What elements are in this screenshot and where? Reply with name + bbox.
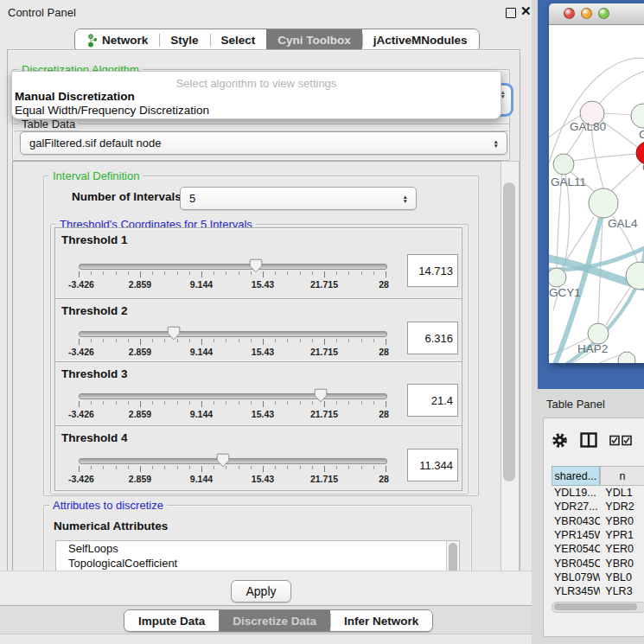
tab-style[interactable]: Style xyxy=(159,29,209,51)
mac-minimize-icon[interactable] xyxy=(581,8,592,19)
table-cell: YBL079W xyxy=(552,571,600,583)
table-panel-toolbar xyxy=(544,425,644,455)
gear-icon[interactable] xyxy=(552,432,568,449)
slider-thumb[interactable] xyxy=(249,258,263,273)
slider-track[interactable] xyxy=(79,393,387,399)
tab-jactivemnodules[interactable]: jActiveMNodules xyxy=(362,29,479,51)
slider-minor-ticks xyxy=(79,466,386,469)
table-cell: YLR3 xyxy=(600,585,644,596)
table-column-header[interactable]: n xyxy=(600,466,644,486)
horizontal-scrollbar[interactable] xyxy=(552,602,644,613)
network-desktop-background: GAL80GACGAL11GAL4GCY1HHAP2 xyxy=(538,0,644,389)
mac-close-icon[interactable] xyxy=(564,8,575,19)
slider-major-tick xyxy=(79,271,80,277)
tab-cyni-toolbox[interactable]: Cyni Toolbox xyxy=(266,29,362,51)
bottom-tab-discretize-data[interactable]: Discretize Data xyxy=(219,610,330,631)
table-column-header[interactable]: shared... xyxy=(552,466,600,486)
apply-bar: Apply xyxy=(0,571,532,606)
bottom-tab-infer-network[interactable]: Infer Network xyxy=(330,610,432,631)
table-cell: YPR145W xyxy=(552,529,600,541)
table-row[interactable]: YPR145WYPR1 xyxy=(552,528,644,542)
apply-button[interactable]: Apply xyxy=(231,580,291,603)
vertical-scrollbar[interactable] xyxy=(501,161,520,572)
slider-thumb[interactable] xyxy=(216,453,230,468)
table-cell: YDL1 xyxy=(600,487,644,499)
table-row[interactable]: YDR27...YDR2 xyxy=(552,500,644,513)
checkbox-columns-icon[interactable] xyxy=(609,435,632,446)
slider-tick-label: -3.426 xyxy=(68,279,94,290)
tab-label: Network xyxy=(102,34,148,47)
slider-track[interactable] xyxy=(79,331,387,337)
table-cell: YDL19... xyxy=(552,487,600,499)
control-panel: Control Panel ✕ NetworkStyleSelectCyni T… xyxy=(0,0,532,644)
slider-tick-label: 21.715 xyxy=(310,279,338,290)
table-data-value: galFiltered.sif default node xyxy=(29,137,161,150)
network-canvas[interactable]: GAL80GACGAL11GAL4GCY1HHAP2 xyxy=(549,25,644,363)
slider-track[interactable] xyxy=(79,458,387,464)
number-of-intervals-combobox[interactable]: 5 ▲▼ xyxy=(180,187,417,210)
network-icon xyxy=(86,34,98,48)
network-node-gal11[interactable] xyxy=(553,154,574,175)
number-of-intervals-value: 5 xyxy=(189,192,195,205)
threshold-value-field[interactable] xyxy=(407,322,458,354)
threshold-2-panel: Threshold 2-3.4262.8599.14415.4321.71528 xyxy=(54,298,462,362)
tab-select[interactable]: Select xyxy=(210,29,267,51)
attribute-item[interactable]: TopologicalCoefficient xyxy=(56,556,459,571)
threshold-value-field[interactable] xyxy=(407,254,458,287)
network-node[interactable] xyxy=(618,352,635,363)
slider-tick-label: 2.859 xyxy=(129,279,151,290)
network-edge[interactable] xyxy=(573,154,637,161)
slider-major-tick xyxy=(386,466,386,472)
scrollbar-thumb[interactable] xyxy=(554,603,637,610)
slider-major-tick xyxy=(386,401,386,407)
table-body: YDL19...YDL1YDR27...YDR2YBR043CYBR0YPR14… xyxy=(552,486,644,596)
table-row[interactable]: YER054CYER0 xyxy=(552,542,644,556)
table-cell: YBL0 xyxy=(600,571,644,583)
float-window-icon[interactable] xyxy=(506,8,516,18)
slider-tick-label: -3.426 xyxy=(68,474,94,484)
slider-major-tick xyxy=(201,401,202,407)
close-icon[interactable]: ✕ xyxy=(520,3,532,19)
table-row[interactable]: YBR045CYBR0 xyxy=(552,556,644,570)
table-row[interactable]: YDL19...YDL1 xyxy=(552,486,644,500)
network-edge[interactable] xyxy=(611,162,642,191)
network-node-ga[interactable] xyxy=(631,104,644,128)
slider-thumb[interactable] xyxy=(167,326,181,341)
table-row[interactable]: YLR345WYLR3 xyxy=(552,584,644,596)
node-label: GA xyxy=(639,128,644,141)
table-row[interactable]: YBL079WYBL0 xyxy=(552,571,644,584)
attribute-item[interactable]: SelfLoops xyxy=(56,541,459,556)
slider-major-tick xyxy=(140,401,141,407)
scrollbar-thumb[interactable] xyxy=(503,182,515,481)
table-cell: YDR2 xyxy=(600,501,644,513)
tab-label: jActiveMNodules xyxy=(373,34,468,47)
slider-major-tick xyxy=(324,271,325,277)
tab-network[interactable]: Network xyxy=(75,29,159,51)
split-columns-icon[interactable] xyxy=(580,432,597,448)
network-window-titlebar[interactable] xyxy=(549,3,644,25)
mac-zoom-icon[interactable] xyxy=(598,8,609,19)
network-node-gal4[interactable] xyxy=(589,188,618,218)
network-edge[interactable] xyxy=(557,175,562,268)
slider-major-tick xyxy=(140,466,141,472)
threshold-value-field[interactable] xyxy=(407,449,458,481)
threshold-label: Threshold 1 xyxy=(61,233,128,246)
slider-minor-ticks xyxy=(79,339,386,342)
table-data-combobox[interactable]: galFiltered.sif default node ▲▼ xyxy=(20,131,507,155)
dropdown-placeholder: Select algorithm to view settings xyxy=(12,77,501,90)
threshold-value-field[interactable] xyxy=(407,384,458,417)
slider-thumb[interactable] xyxy=(314,388,328,403)
bottom-tab-impute-data[interactable]: Impute Data xyxy=(124,610,219,631)
dropdown-option-equal-width[interactable]: Equal Width/Frequency Discretization xyxy=(15,104,209,117)
threshold-label: Threshold 4 xyxy=(61,431,128,444)
node-table[interactable]: shared...n YDL19...YDL1YDR27...YDR2YBR04… xyxy=(552,466,644,596)
slider-major-tick xyxy=(386,271,386,277)
group-label: Interval Definition xyxy=(49,169,143,182)
network-node-hap2[interactable] xyxy=(588,323,609,344)
network-node-gcy1[interactable] xyxy=(549,268,566,287)
dropdown-option-manual[interactable]: Manual Discretization xyxy=(15,90,135,103)
slider-tick-label: 9.144 xyxy=(190,347,213,357)
table-row[interactable]: YBR043CYBR0 xyxy=(552,514,644,528)
slider-track[interactable] xyxy=(79,264,387,270)
threshold-3-panel: Threshold 3-3.4262.8599.14415.4321.71528 xyxy=(54,361,462,426)
